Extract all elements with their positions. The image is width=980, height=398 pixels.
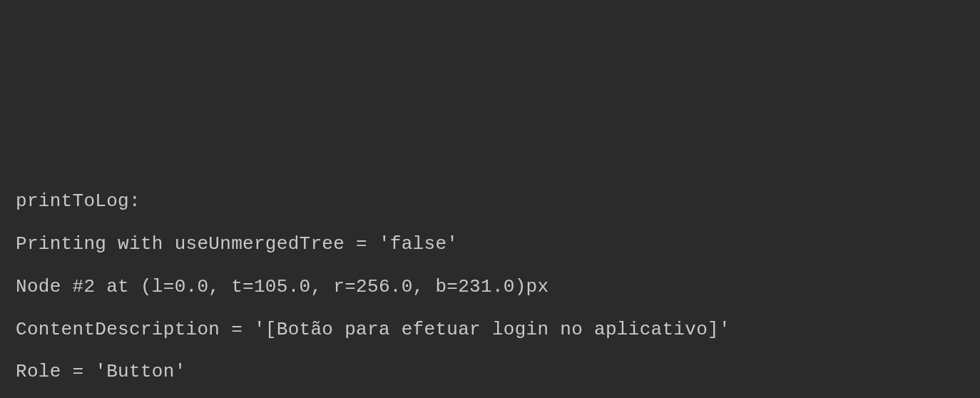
- log-line-role: Role = 'Button': [16, 351, 964, 394]
- log-line-focused: Focused = 'false': [16, 394, 964, 398]
- log-line-node-bounds: Node #2 at (l=0.0, t=105.0, r=256.0, b=2…: [16, 266, 964, 309]
- log-line-content-description: ContentDescription = '[Botão para efetua…: [16, 309, 964, 352]
- log-line-print-to-log: printToLog:: [16, 180, 964, 223]
- log-line-unmerged-tree: Printing with useUnmergedTree = 'false': [16, 223, 964, 266]
